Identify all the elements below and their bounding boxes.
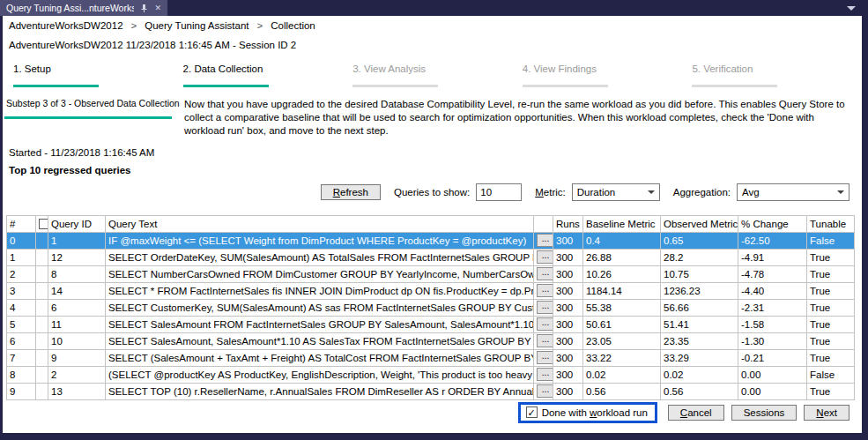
- pin-icon[interactable]: [140, 4, 148, 12]
- table-row[interactable]: 511SELECT SalesAmount FROM FactInternetS…: [7, 316, 855, 332]
- query-text-expand-button[interactable]: ...: [537, 284, 553, 297]
- done-checkbox-label: Done with workload run: [542, 407, 648, 418]
- observed-metric-cell: 33.29: [661, 349, 738, 366]
- table-row[interactable]: 314SELECT * FROM FactInternetSales fis I…: [7, 282, 855, 299]
- runs-cell: 300: [553, 332, 583, 349]
- tunable-cell: True: [807, 383, 855, 399]
- query-id-cell: 13: [48, 383, 106, 399]
- row-select-cell: [36, 232, 48, 249]
- observed-metric-cell: 10.75: [661, 265, 738, 282]
- step-underline: [523, 85, 608, 87]
- col-header-query-id[interactable]: Query ID: [48, 215, 106, 232]
- table-row[interactable]: 46SELECT CustomerKey, SUM(SalesAmount) A…: [7, 299, 855, 316]
- done-with-workload-run[interactable]: ✓ Done with workload run: [518, 402, 657, 423]
- query-text-expand-button[interactable]: ...: [537, 234, 553, 247]
- percent-change-cell: -0.21: [738, 349, 807, 366]
- tunable-cell: True: [807, 316, 855, 332]
- row-index-cell: 2: [7, 265, 36, 282]
- percent-change-cell: -1.30: [738, 332, 807, 349]
- step-view-analysis: 3. View Analysis: [352, 63, 523, 87]
- table-row[interactable]: 112SELECT OrderDateKey, SUM(SalesAmount)…: [7, 249, 855, 265]
- baseline-metric-cell: 0.02: [583, 366, 661, 383]
- window-menu[interactable]: [847, 0, 868, 16]
- query-text-cell: (SELECT @productKey AS ProductKey, Engli…: [106, 366, 534, 383]
- select-all-checkbox[interactable]: [39, 219, 48, 229]
- table-row[interactable]: 79SELECT (SalesAmount + TaxAmt + Freight…: [7, 349, 855, 366]
- step-data-collection: 2. Data Collection: [183, 63, 353, 87]
- query-text-expand-button[interactable]: ...: [537, 317, 553, 331]
- percent-change-cell: -4.91: [738, 249, 807, 265]
- step-underline: [352, 85, 438, 87]
- qta-window: Query Tuning Assi...ntureWorksDW2012] ✕ …: [0, 0, 868, 440]
- query-text-expand-button[interactable]: ...: [537, 351, 553, 364]
- footer-actions: ✓ Done with workload run Cancel Sessions…: [518, 402, 849, 423]
- table-row[interactable]: 82(SELECT @productKey AS ProductKey, Eng…: [7, 366, 855, 383]
- query-text-expand-button[interactable]: ...: [537, 368, 553, 381]
- row-select-cell: [36, 349, 48, 366]
- query-text-expand-button[interactable]: ...: [537, 301, 553, 314]
- query-id-cell: 8: [48, 265, 106, 282]
- cancel-button[interactable]: Cancel: [668, 405, 724, 421]
- close-icon[interactable]: ✕: [154, 4, 161, 12]
- breadcrumb-collection[interactable]: Collection: [271, 20, 315, 31]
- step-setup: 1. Setup: [13, 63, 183, 87]
- step-underline: [183, 85, 269, 87]
- breadcrumb-assistant[interactable]: Query Tuning Assistant: [145, 20, 249, 31]
- query-text-cell: IF @maxWeight <= (SELECT Weight from Dim…: [106, 232, 534, 249]
- query-text-expand-cell: ...: [534, 232, 553, 249]
- table-row[interactable]: 28SELECT NumberCarsOwned FROM DimCustome…: [7, 265, 855, 282]
- table-row[interactable]: 610SELECT SalesAmount, SalesAmount*1.10 …: [7, 332, 855, 349]
- col-header-select[interactable]: [36, 215, 48, 232]
- queries-to-show-input[interactable]: [476, 183, 522, 201]
- refresh-button[interactable]: Refresh: [321, 184, 381, 200]
- step-label: 1. Setup: [13, 63, 183, 74]
- document-tab[interactable]: Query Tuning Assi...ntureWorksDW2012] ✕: [0, 0, 167, 16]
- runs-cell: 300: [553, 265, 583, 282]
- col-header-change[interactable]: % Change: [738, 215, 807, 232]
- main-content: AdventureWorksDW2012 > Query Tuning Assi…: [3, 16, 862, 433]
- col-header-tunable[interactable]: Tunable: [807, 215, 855, 232]
- metric-dropdown[interactable]: Duration: [572, 183, 660, 201]
- col-header-runs[interactable]: Runs: [553, 215, 583, 232]
- row-index-cell: 6: [7, 332, 36, 349]
- substep-row: Substep 3 of 3 - Observed Data Collectio…: [4, 98, 862, 138]
- col-header-observed[interactable]: Observed Metric: [661, 215, 738, 232]
- tab-title: Query Tuning Assi...ntureWorksDW2012]: [6, 3, 134, 13]
- step-label: 2. Data Collection: [183, 63, 353, 74]
- runs-cell: 300: [553, 249, 583, 265]
- table-row[interactable]: 01IF @maxWeight <= (SELECT Weight from D…: [7, 232, 855, 249]
- observed-metric-cell: 0.02: [661, 366, 738, 383]
- query-text-expand-button[interactable]: ...: [537, 334, 553, 347]
- aggregation-dropdown[interactable]: Avg: [737, 183, 849, 201]
- baseline-metric-cell: 33.22: [583, 349, 661, 366]
- step-verification: 5. Verification: [692, 63, 862, 87]
- percent-change-cell: -2.31: [738, 299, 807, 316]
- col-header-index[interactable]: #: [7, 215, 36, 232]
- baseline-metric-cell: 1184.14: [583, 282, 661, 299]
- runs-cell: 300: [553, 282, 583, 299]
- tunable-cell: True: [807, 299, 855, 316]
- breadcrumb-database[interactable]: AdventureWorksDW2012: [9, 20, 123, 31]
- col-header-baseline[interactable]: Baseline Metric: [583, 215, 661, 232]
- next-button[interactable]: Next: [804, 405, 849, 421]
- session-info: AdventureWorksDW2012 11/23/2018 1:16:45 …: [9, 40, 862, 50]
- done-checkbox[interactable]: ✓: [526, 406, 538, 418]
- percent-change-cell: 0.00: [738, 366, 807, 383]
- step-underline: [13, 85, 99, 87]
- table-row[interactable]: 913SELECT TOP (10) r.ResellerName, r.Ann…: [7, 383, 855, 399]
- sessions-button[interactable]: Sessions: [731, 405, 798, 421]
- query-text-expand-cell: ...: [534, 249, 553, 265]
- runs-cell: 300: [553, 349, 583, 366]
- table-header-row: # Query ID Query Text Runs Baseline Metr…: [7, 215, 855, 232]
- substep-label: Substep 3 of 3 - Observed Data Collectio…: [4, 98, 177, 108]
- percent-change-cell: -62.50: [738, 232, 807, 249]
- section-title: Top 10 regressed queries: [9, 165, 862, 175]
- query-text-expand-button[interactable]: ...: [537, 267, 553, 280]
- row-select-cell: [36, 299, 48, 316]
- row-select-cell: [36, 366, 48, 383]
- step-label: 4. View Findings: [523, 63, 693, 74]
- query-text-expand-button[interactable]: ...: [537, 250, 553, 264]
- col-header-query-text[interactable]: Query Text: [106, 215, 534, 232]
- query-table-body: 01IF @maxWeight <= (SELECT Weight from D…: [7, 232, 855, 399]
- query-text-expand-button[interactable]: ...: [537, 384, 553, 398]
